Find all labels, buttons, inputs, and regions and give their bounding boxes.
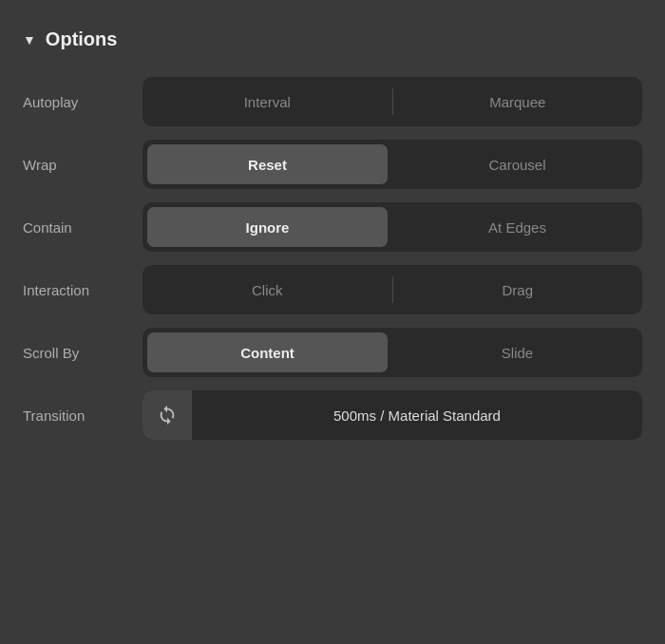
chevron-down-icon: ▼ [23, 32, 36, 47]
transition-row: Transition 500ms / Material Standard [23, 390, 642, 440]
options-panel: ▼ Options Autoplay Interval Marquee Wrap [0, 0, 665, 468]
transition-control: 500ms / Material Standard [142, 390, 642, 440]
scrollby-row: Scroll By Content Slide [23, 328, 642, 377]
transition-value: 500ms / Material Standard [192, 407, 642, 424]
scrollby-label: Scroll By [23, 345, 127, 361]
contain-ignore-button[interactable]: Ignore [142, 202, 392, 252]
wrap-reset-button[interactable]: Reset [142, 140, 392, 189]
wrap-control: Reset Carousel [142, 140, 642, 189]
contain-control: Ignore At Edges [142, 202, 642, 252]
interaction-row: Interaction Click Drag [23, 265, 642, 314]
scrollby-control: Content Slide [142, 328, 642, 377]
reset-icon [157, 405, 178, 426]
autoplay-interval-button[interactable]: Interval [142, 77, 392, 126]
interaction-drag-button[interactable]: Drag [393, 265, 643, 314]
contain-row: Contain Ignore At Edges [23, 202, 642, 252]
panel-title: Options [46, 28, 118, 50]
scrollby-content-button[interactable]: Content [142, 328, 392, 377]
options-list: Autoplay Interval Marquee Wrap Reset [23, 77, 642, 440]
interaction-control: Click Drag [142, 265, 642, 314]
autoplay-marquee-button[interactable]: Marquee [393, 77, 643, 126]
scrollby-slide-button[interactable]: Slide [392, 328, 642, 377]
wrap-carousel-button[interactable]: Carousel [392, 140, 642, 189]
interaction-click-button[interactable]: Click [142, 265, 392, 314]
autoplay-label: Autoplay [23, 94, 127, 110]
wrap-label: Wrap [23, 157, 127, 173]
panel-header: ▼ Options [23, 28, 642, 50]
interaction-label: Interaction [23, 282, 127, 298]
contain-atedges-button[interactable]: At Edges [392, 202, 642, 252]
autoplay-row: Autoplay Interval Marquee [23, 77, 642, 126]
contain-label: Contain [23, 219, 127, 236]
transition-label: Transition [23, 407, 127, 424]
wrap-row: Wrap Reset Carousel [23, 140, 642, 189]
autoplay-control: Interval Marquee [142, 77, 642, 126]
transition-reset-button[interactable] [142, 390, 192, 440]
